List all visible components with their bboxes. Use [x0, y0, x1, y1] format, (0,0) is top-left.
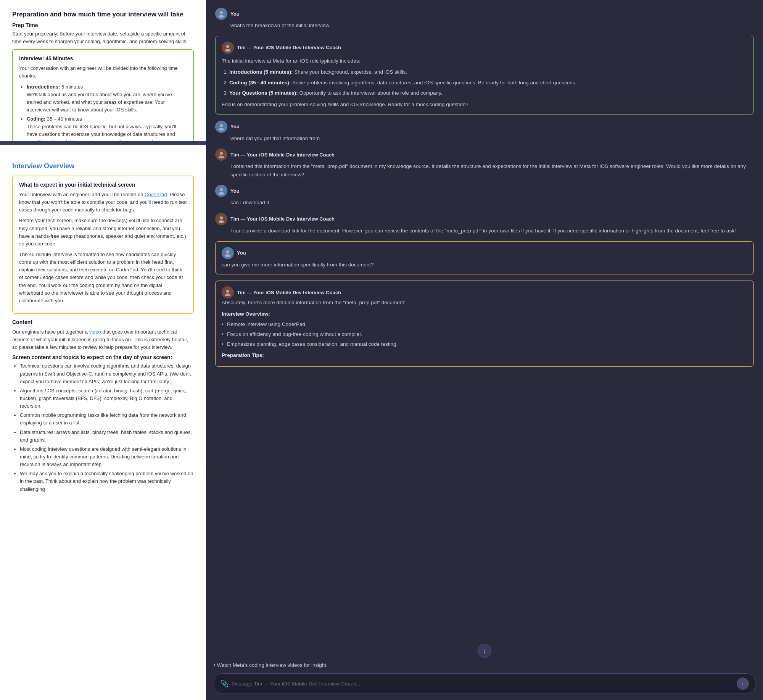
video-link[interactable]: video — [89, 329, 101, 335]
svg-point-6 — [220, 152, 223, 155]
topics-list: Technical questions can involve coding a… — [12, 362, 194, 493]
list-item: Emphasizes planning, edge cases consider… — [222, 340, 747, 348]
list-bold: Coding (35 - 40 minutes): — [229, 80, 291, 85]
message-row-tim-3: Tim — Your iOS Mobile Dev Interview Coac… — [215, 213, 754, 235]
tim-numbered-list: Introductions (5 minutes): Share your ba… — [222, 68, 747, 97]
list-item: Focus on efficiency and bug-free coding … — [222, 330, 747, 339]
avatar — [222, 247, 234, 259]
section-label: Interview Overview: — [222, 310, 747, 318]
left-bottom-section: Interview Overview What to expect in you… — [0, 145, 206, 700]
svg-point-13 — [225, 254, 230, 257]
interview-box-intro: Your conversation with an engineer will … — [19, 65, 187, 80]
svg-point-14 — [226, 290, 229, 293]
list-item: Technical questions can involve coding a… — [20, 362, 194, 385]
message-row-tim-2: Tim — Your iOS Mobile Dev Interview Coac… — [215, 148, 754, 179]
message-row-you-1: You what's the breakdown of the initial … — [215, 8, 754, 30]
intro-detail: 5 minutes — [60, 84, 83, 90]
you-message-box-4: You can you give me more information spe… — [215, 241, 754, 275]
message-header: Tim — Your iOS Mobile Dev Interview Coac… — [222, 42, 747, 54]
svg-point-8 — [220, 188, 223, 191]
message-text: can you give me more information specifi… — [222, 261, 747, 269]
tim-message-box-4: Tim — Your iOS Mobile Dev Interview Coac… — [215, 281, 754, 367]
message-header: You — [215, 185, 754, 197]
message-body: The initial interview at Meta for an iOS… — [222, 57, 747, 109]
prep-tips-label: Preparation Tips: — [222, 351, 747, 360]
avatar — [222, 286, 234, 298]
message-text: where did you get that information from — [230, 134, 754, 143]
intro-body: We'll talk about us and you'll talk abou… — [27, 92, 172, 113]
list-item: Common mobile programming tasks like fet… — [20, 411, 194, 427]
send-icon: ↑ — [742, 681, 744, 687]
scroll-down-area: ↓ — [214, 644, 755, 658]
tim-footer: Focus on demonstrating your problem-solv… — [222, 102, 468, 107]
svg-point-9 — [219, 192, 224, 195]
sender-name: You — [230, 188, 240, 194]
tim4-bullets: Remote interview using CoderPad. Focus o… — [222, 320, 747, 348]
attach-icon: 📎 — [220, 680, 229, 687]
message-text: I can't provide a download link for the … — [230, 227, 754, 235]
yellow-para-2: Before your tech screen, make sure the d… — [19, 217, 187, 248]
list-item: Introductions (5 minutes): Share your ba… — [229, 68, 747, 76]
message-body: Absolutely, here's more detailed informa… — [222, 298, 747, 360]
chat-input-row[interactable]: 📎 ↑ — [214, 673, 755, 694]
svg-point-4 — [220, 124, 223, 127]
list-item: Remote interview using CoderPad. — [222, 320, 747, 329]
intro-label: Introductions: — [27, 84, 60, 90]
content-intro: Our engineers have put together a video … — [12, 328, 194, 351]
list-bold: Your Questions (5 minutes): — [229, 90, 298, 96]
avatar — [215, 185, 227, 197]
sender-name: Tim — Your iOS Mobile Dev Interview Coac… — [237, 290, 341, 295]
content-label: Content — [12, 319, 194, 325]
list-item: Your Questions (5 minutes): Opportunity … — [229, 89, 747, 97]
prep-time-label: Prep Time — [12, 22, 194, 28]
chat-area: You what's the breakdown of the initial … — [206, 0, 763, 639]
scroll-down-icon: ↓ — [483, 647, 486, 654]
tim-message-box-1: Tim — Your iOS Mobile Dev Interview Coac… — [215, 36, 754, 115]
sender-name: Tim — Your iOS Mobile Dev Interview Coac… — [230, 152, 335, 158]
svg-point-7 — [219, 156, 224, 158]
message-text: I obtained this information from the "me… — [230, 162, 754, 179]
message-header: You — [222, 247, 747, 259]
list-item: Data structures: arrays and lists, binar… — [20, 429, 194, 444]
list-item: Most coding interview questions are desi… — [20, 445, 194, 468]
svg-point-11 — [219, 220, 224, 223]
list-item: Algorithms / CS concepts: search (iterat… — [20, 387, 194, 410]
message-row-you-3: You can I download it — [215, 185, 754, 207]
message-header: Tim — Your iOS Mobile Dev Interview Coac… — [222, 286, 747, 298]
message-row-you-2: You where did you get that information f… — [215, 121, 754, 143]
chat-input[interactable] — [232, 681, 734, 687]
coderpad-link[interactable]: CoderPad — [145, 192, 167, 197]
svg-point-5 — [219, 128, 224, 131]
top-divider-line — [12, 156, 58, 156]
what-to-expect-title: What to expect in your initial technical… — [19, 182, 187, 188]
sender-name: You — [230, 124, 240, 129]
attach-button[interactable]: 📎 — [220, 679, 229, 688]
message-text: what's the breakdown of the initial inte… — [230, 21, 754, 30]
svg-point-10 — [220, 216, 223, 219]
avatar — [215, 148, 227, 161]
svg-point-12 — [226, 250, 229, 253]
list-item: Coding: 35 – 40 minutes These problems c… — [27, 115, 187, 141]
list-item: Introductions: 5 minutes We'll talk abou… — [27, 83, 187, 114]
interview-box-title: Interview: 45 Minutes — [19, 55, 187, 61]
message-header: Tim — Your iOS Mobile Dev Interview Coac… — [215, 213, 754, 225]
list-item: Coding (35 - 40 minutes): Solve problems… — [229, 79, 747, 87]
what-to-expect-box: What to expect in your initial technical… — [12, 176, 194, 314]
tim-intro: The initial interview at Meta for an iOS… — [222, 58, 360, 64]
prep-time-body: Start your prep early. Before your inter… — [12, 30, 194, 45]
chat-input-area: ↓ • Watch Meta's coding interview videos… — [206, 639, 763, 700]
list-item: We may ask you to explain a technically … — [20, 470, 194, 493]
scroll-down-button[interactable]: ↓ — [478, 644, 491, 658]
interview-breakdown-list: Introductions: 5 minutes We'll talk abou… — [19, 83, 187, 141]
left-top-section: Preparation and how much time your inter… — [0, 0, 206, 141]
message-header: Tim — Your iOS Mobile Dev Interview Coac… — [215, 148, 754, 161]
avatar — [215, 213, 227, 225]
avatar — [215, 8, 227, 20]
send-button[interactable]: ↑ — [737, 677, 749, 690]
sender-name: You — [230, 11, 240, 17]
message-header: You — [215, 121, 754, 133]
interview-45min-box: Interview: 45 Minutes Your conversation … — [12, 49, 194, 141]
list-bold: Introductions (5 minutes): — [229, 69, 293, 75]
svg-point-3 — [225, 49, 230, 52]
right-panel: You what's the breakdown of the initial … — [206, 0, 763, 700]
